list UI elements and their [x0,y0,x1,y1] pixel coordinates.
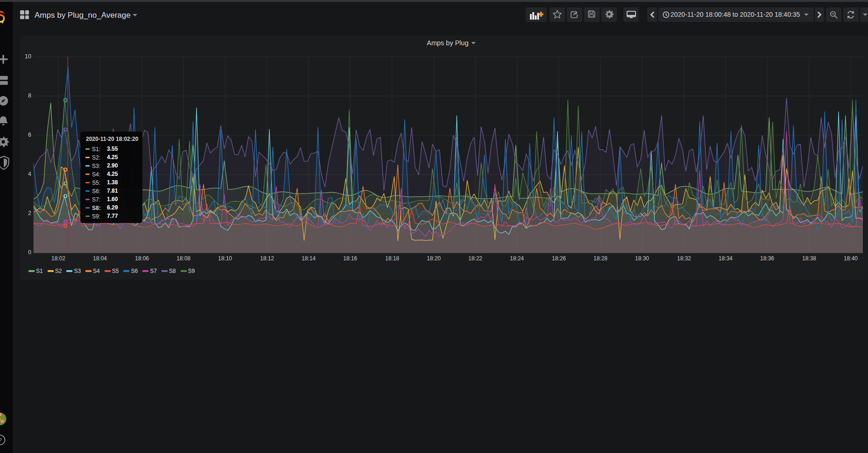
svg-text:?: ? [0,437,2,444]
